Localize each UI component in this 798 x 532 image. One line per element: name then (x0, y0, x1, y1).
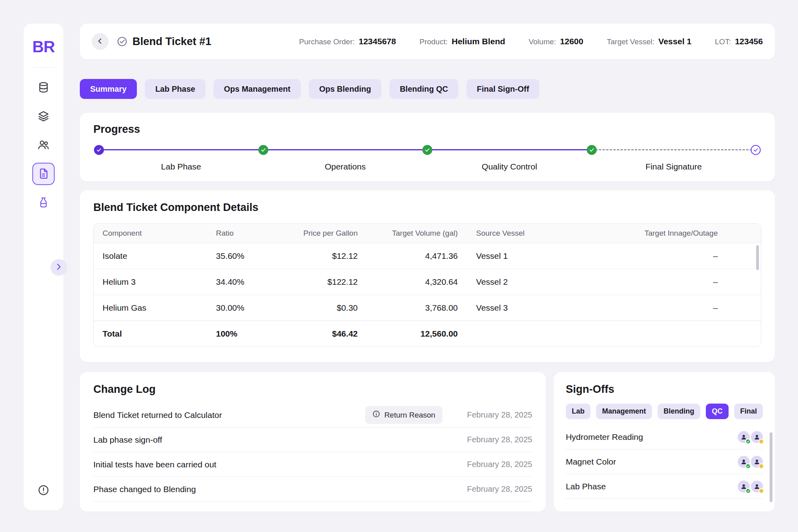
signed-check-badge (745, 439, 751, 444)
return-reason-label: Return Reason (384, 411, 435, 420)
cell-price: $12.12 (280, 243, 367, 269)
meta-value: Vessel 1 (658, 37, 691, 46)
component-details-title: Blend Ticket Component Details (93, 201, 761, 214)
component-details-card: Blend Ticket Component Details Component… (80, 190, 775, 362)
meta-volume: Volume: 12600 (529, 37, 583, 46)
signer-avatar (751, 456, 763, 468)
meta-label: Target Vessel: (607, 37, 654, 46)
change-log-list: Blend Ticket returned to Calculator Retu… (93, 403, 532, 502)
column-header-source-vessel: Source Vessel (467, 224, 627, 243)
sign-offs-scrollbar-thumb[interactable] (770, 432, 772, 502)
meta-lot: LOT: 123456 (715, 37, 763, 46)
signed-check-badge (745, 488, 751, 494)
meta-label: Product: (419, 37, 448, 46)
so-tab-lab[interactable]: Lab (566, 404, 591, 419)
table-total-row: Total 100% $46.42 12,560.00 (94, 321, 761, 347)
sidebar: BR (24, 24, 63, 510)
tab-ops-blending[interactable]: Ops Blending (309, 79, 381, 99)
tab-lab-phase[interactable]: Lab Phase (145, 79, 205, 99)
sidebar-item-vessels[interactable] (32, 191, 55, 214)
document-icon (38, 167, 49, 181)
progress-node-lab-start (94, 145, 104, 155)
cell-total-volume: 12,560.00 (367, 321, 468, 347)
page: BR (0, 0, 798, 532)
change-log-entry: Blend Ticket returned to Calculator Retu… (93, 403, 532, 428)
so-tab-blending[interactable]: Blending (658, 404, 700, 419)
change-log-text: Lab phase sign-off (93, 435, 442, 445)
signer-avatar (738, 456, 750, 468)
back-button[interactable] (92, 33, 109, 50)
change-log-date: February 28, 2025 (458, 410, 532, 420)
cell-ratio: 34.40% (207, 269, 280, 295)
cell-ratio: 35.60% (207, 243, 280, 269)
signer-avatar (738, 431, 750, 443)
progress-line-remaining (592, 149, 756, 150)
alert-info-button[interactable] (35, 482, 52, 499)
cell-source-vessel: Vessel 1 (467, 243, 627, 269)
cell-innage-outage: – (628, 243, 761, 269)
users-icon (38, 139, 49, 152)
progress-node-quality-control (423, 145, 433, 155)
tab-ops-management[interactable]: Ops Management (213, 79, 301, 99)
alert-circle-icon (38, 484, 49, 497)
table-header-row: Component Ratio Price per Gallon Target … (94, 224, 761, 243)
signed-check-badge (745, 463, 751, 469)
pending-badge (758, 488, 764, 494)
cell-empty (467, 321, 627, 347)
table-scrollbar-thumb[interactable] (756, 245, 759, 270)
table-row: Helium 3 34.40% $122.12 4,320.64 Vessel … (94, 269, 761, 295)
change-log-date: February 28, 2025 (458, 460, 532, 469)
change-log-entry: Lab phase sign-off February 28, 2025 (93, 428, 532, 452)
progress-line-complete (99, 149, 592, 150)
cell-source-vessel: Vessel 3 (467, 295, 627, 321)
signer-avatar (738, 481, 750, 493)
database-icon (38, 81, 49, 95)
sidebar-item-layers[interactable] (32, 105, 55, 128)
sidebar-item-users[interactable] (32, 134, 55, 156)
sign-off-item: Lab Phase (566, 474, 763, 499)
cell-total-label: Total (94, 321, 207, 347)
signer-avatar (751, 481, 763, 493)
cell-component: Helium Gas (94, 295, 207, 321)
sidebar-nav (32, 77, 55, 214)
tab-summary[interactable]: Summary (80, 79, 137, 99)
sidebar-expand-button[interactable] (51, 259, 67, 275)
sign-offs-title: Sign-Offs (566, 383, 763, 396)
chevron-right-icon (54, 262, 63, 272)
progress-node-final-signature (751, 145, 761, 155)
change-log-text: Blend Ticket returned to Calculator (93, 410, 365, 420)
progress-step-labels: Lab Phase Operations Quality Control Fin… (99, 162, 756, 171)
cell-innage-outage: – (628, 295, 761, 321)
column-header-innage-outage: Target Innage/Outage (628, 224, 761, 243)
sign-off-label: Magnet Color (566, 457, 737, 467)
cell-target-volume: 4,320.64 (367, 269, 468, 295)
so-tab-final[interactable]: Final (734, 404, 763, 419)
column-header-component: Component (94, 224, 207, 243)
change-log-title: Change Log (93, 383, 532, 396)
cell-target-volume: 4,471.36 (367, 243, 468, 269)
verified-check-icon (117, 36, 128, 47)
so-tab-management[interactable]: Management (596, 404, 652, 419)
sidebar-item-database[interactable] (32, 77, 55, 99)
cell-target-volume: 3,768.00 (367, 295, 468, 321)
sign-off-label: Hydrometer Reading (566, 432, 737, 442)
cell-ratio: 30.00% (207, 295, 280, 321)
return-reason-button[interactable]: Return Reason (365, 406, 442, 424)
meta-purchase-order: Purchase Order: 12345678 (299, 37, 396, 46)
cell-price: $0.30 (280, 295, 367, 321)
pending-badge (758, 439, 764, 444)
tab-final-sign-off[interactable]: Final Sign-Off (466, 79, 539, 99)
sign-offs-list: Hydrometer Reading (566, 425, 763, 499)
column-header-ratio: Ratio (207, 224, 280, 243)
step-label-final-signature: Final Signature (592, 162, 756, 171)
cell-price: $122.12 (280, 269, 367, 295)
page-title: Blend Ticket #1 (132, 35, 211, 48)
tab-blending-qc[interactable]: Blending QC (389, 79, 458, 99)
change-log-date: February 28, 2025 (458, 435, 532, 444)
meta-label: LOT: (715, 37, 731, 46)
so-tab-qc[interactable]: QC (706, 404, 729, 419)
ticket-header: Blend Ticket #1 Purchase Order: 12345678… (80, 24, 775, 59)
cell-component: Isolate (94, 243, 207, 269)
step-label-lab-phase: Lab Phase (99, 162, 263, 171)
sidebar-item-blend-ticket[interactable] (32, 163, 55, 185)
